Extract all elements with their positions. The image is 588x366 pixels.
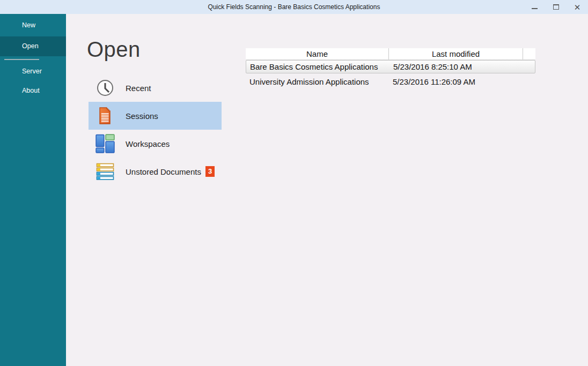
sidebar-item-new[interactable]: New xyxy=(0,17,66,33)
unstored-documents-icon xyxy=(95,162,115,181)
backstage-sidebar: New Open Server About xyxy=(0,14,66,366)
maximize-icon xyxy=(553,4,559,10)
sessions-table: Name Last modified Bare Basics Cosmetics… xyxy=(246,48,535,88)
category-label: Recent xyxy=(126,84,151,93)
table-header: Name Last modified xyxy=(246,48,535,60)
category-item-unstored-documents[interactable]: Unstored Documents 3 xyxy=(89,158,222,185)
maximize-button[interactable] xyxy=(545,0,567,14)
window-controls: ✕ xyxy=(524,0,588,14)
category-label: Workspaces xyxy=(126,139,170,148)
column-header-last-modified[interactable]: Last modified xyxy=(389,48,523,59)
category-item-sessions[interactable]: Sessions xyxy=(89,102,222,130)
main-panel: Open Recent xyxy=(66,14,588,366)
column-header-extra xyxy=(523,48,535,59)
page-title: Open xyxy=(87,38,141,62)
session-name: University Admission Applications xyxy=(246,77,389,86)
close-button[interactable]: ✕ xyxy=(567,0,588,14)
sidebar-item-about[interactable]: About xyxy=(0,83,66,99)
sidebar-divider xyxy=(4,59,39,60)
close-icon: ✕ xyxy=(574,3,581,11)
category-label: Sessions xyxy=(126,111,158,121)
category-item-recent[interactable]: Recent xyxy=(89,74,222,102)
window-title: Quick Fields Scanning - Bare Basics Cosm… xyxy=(208,3,380,11)
session-last-modified: 5/23/2016 11:26:09 AM xyxy=(389,77,523,86)
session-name: Bare Basics Cosmetics Applications xyxy=(246,62,389,71)
clock-icon xyxy=(95,78,115,98)
unstored-count-badge: 3 xyxy=(205,166,215,177)
table-row[interactable]: University Admission Applications 5/23/2… xyxy=(246,75,535,88)
minimize-icon xyxy=(532,8,538,9)
session-last-modified: 5/23/2016 8:25:10 AM xyxy=(389,62,524,71)
sidebar-item-server[interactable]: Server xyxy=(0,63,66,79)
table-row[interactable]: Bare Basics Cosmetics Applications 5/23/… xyxy=(246,60,535,73)
minimize-button[interactable] xyxy=(524,0,545,14)
category-label: Unstored Documents xyxy=(126,167,201,176)
open-category-list: Recent xyxy=(89,74,222,185)
app-window: Quick Fields Scanning - Bare Basics Cosm… xyxy=(0,0,588,366)
titlebar: Quick Fields Scanning - Bare Basics Cosm… xyxy=(0,0,588,14)
category-item-workspaces[interactable]: Workspaces xyxy=(89,130,222,158)
sidebar-item-open[interactable]: Open xyxy=(0,36,66,56)
session-document-icon xyxy=(95,106,115,125)
workspaces-tiles-icon xyxy=(95,134,115,153)
column-header-name[interactable]: Name xyxy=(246,48,389,59)
